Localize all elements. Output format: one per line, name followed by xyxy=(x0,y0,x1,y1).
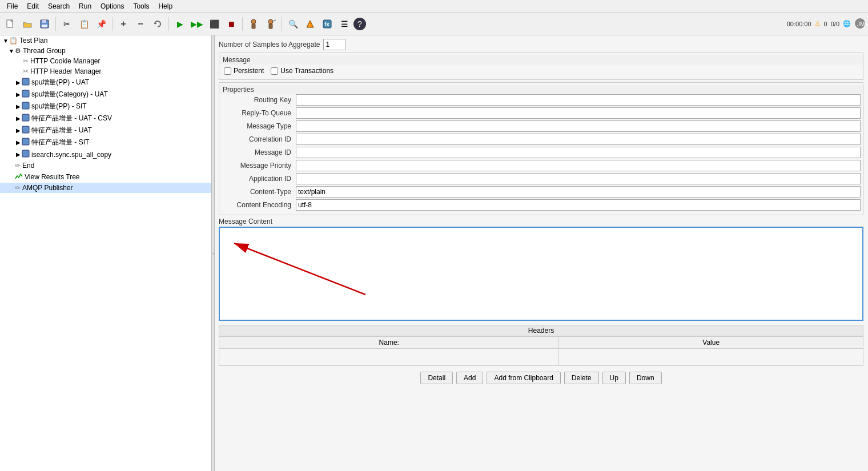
cut-button[interactable]: ✂ xyxy=(59,16,75,32)
menu-options[interactable]: Options xyxy=(96,1,128,11)
up-button[interactable]: Up xyxy=(602,372,626,384)
copy-button[interactable]: 📋 xyxy=(76,16,92,32)
tree-item-thread-group[interactable]: ▼ ⚙ Thread Group xyxy=(0,46,214,56)
help-toolbar-button[interactable]: ? xyxy=(353,18,366,30)
toggle-tezheng-uat-csv[interactable]: ▶ xyxy=(15,115,22,122)
message-id-input[interactable] xyxy=(296,147,861,158)
toggle-tezheng-uat[interactable]: ▶ xyxy=(15,127,22,134)
reply-to-queue-input[interactable] xyxy=(296,107,861,119)
clear-button[interactable]: ! xyxy=(302,16,318,32)
application-id-input[interactable] xyxy=(296,173,861,184)
persistent-checkbox[interactable] xyxy=(224,67,231,75)
toggle-spu-category[interactable]: ▶ xyxy=(15,91,22,98)
headers-title: Headers xyxy=(219,325,863,336)
delete-button[interactable]: Delete xyxy=(564,372,599,384)
toggle-tezheng-sit[interactable]: ▶ xyxy=(15,139,22,146)
correlation-id-label: Correlation ID xyxy=(222,135,296,143)
svg-point-5 xyxy=(251,19,256,24)
tree-item-view-results-tree[interactable]: View Results Tree xyxy=(0,171,214,183)
tree-item-http-header[interactable]: ✂ HTTP Header Manager xyxy=(0,66,214,77)
tree-label-tezheng-uat-csv: 特征产品增量 - UAT - CSV xyxy=(31,114,112,123)
svg-rect-17 xyxy=(22,102,29,109)
content-type-input[interactable] xyxy=(296,186,861,198)
message-priority-input[interactable] xyxy=(296,160,861,171)
toggle-isearch-sync[interactable]: ▶ xyxy=(15,151,22,158)
toolbar: ✂ 📋 📌 + − ▶ ▶▶ ⬛ ⏹ 🔍 ! fx ☰ ? 00:00:00 ⚠… xyxy=(0,13,868,35)
tree-label-http-header: HTTP Header Manager xyxy=(30,67,102,75)
use-transactions-label: Use Transactions xyxy=(280,67,333,75)
tree-label-thread-group: Thread Group xyxy=(23,47,66,55)
menu-edit[interactable]: Edit xyxy=(22,1,43,11)
tree-item-isearch-sync[interactable]: ▶ isearch.sync.spu_all_copy xyxy=(0,148,214,160)
new-button[interactable] xyxy=(2,16,18,32)
menu-tools[interactable]: Tools xyxy=(128,1,154,11)
start-button[interactable]: ▶ xyxy=(172,16,188,32)
add-button[interactable]: + xyxy=(115,16,131,32)
samurai1-button[interactable] xyxy=(246,16,262,32)
tezheng-uat-csv-icon xyxy=(22,114,30,123)
message-content-wrapper: Message Content xyxy=(214,218,868,323)
correlation-id-input[interactable] xyxy=(296,134,861,145)
headers-value-col: Value xyxy=(559,337,863,349)
menu-run[interactable]: Run xyxy=(74,1,96,11)
tree-item-spu-category[interactable]: ▶ spu增量(Category) - UAT xyxy=(0,88,214,100)
samples-row: Number of Samples to Aggregate xyxy=(219,39,863,50)
headers-name-cell xyxy=(219,349,559,366)
stop-button[interactable]: ⬛ xyxy=(206,16,222,32)
detail-button[interactable]: Detail xyxy=(420,372,453,384)
menu-help[interactable]: Help xyxy=(154,1,177,11)
http-cookie-icon: ✂ xyxy=(23,57,29,65)
add-row-button[interactable]: Add xyxy=(456,372,483,384)
reset-button[interactable] xyxy=(150,16,166,32)
tree-item-amqp-publisher[interactable]: ✏ AMQP Publisher xyxy=(0,183,214,193)
menu-search[interactable]: Search xyxy=(43,1,74,11)
tree-label-end: End xyxy=(22,162,34,170)
menu-file[interactable]: File xyxy=(2,1,22,11)
tree-item-end[interactable]: ✏ End xyxy=(0,160,214,171)
add-from-clipboard-button[interactable]: Add from Clipboard xyxy=(487,372,560,384)
samples-input[interactable] xyxy=(323,39,346,50)
tree-item-spu-pp-sit[interactable]: ▶ spu增量(PP) - SIT xyxy=(0,100,214,112)
message-section: Message Persistent Use Transactions xyxy=(219,53,863,80)
remove-button[interactable]: − xyxy=(132,16,148,32)
tree-item-tezheng-uat[interactable]: ▶ 特征产品增量 - UAT xyxy=(0,124,214,136)
save-button[interactable] xyxy=(37,16,53,32)
jmeter-icon: JM xyxy=(854,18,866,30)
down-button[interactable]: Down xyxy=(629,372,662,384)
use-transactions-checkbox-label[interactable]: Use Transactions xyxy=(271,67,333,75)
routing-key-input[interactable] xyxy=(296,94,861,106)
use-transactions-checkbox[interactable] xyxy=(271,67,278,75)
tree-label-isearch-sync: isearch.sync.spu_all_copy xyxy=(31,151,111,159)
tree-item-tezheng-sit[interactable]: ▶ 特征产品增量 - SIT xyxy=(0,136,214,148)
tree-item-tezheng-uat-csv[interactable]: ▶ 特征产品增量 - UAT - CSV xyxy=(0,112,214,124)
content-encoding-input[interactable] xyxy=(296,199,861,211)
toggle-spu-uat[interactable]: ▶ xyxy=(15,79,22,86)
properties-section: Properties Routing Key Reply-To Queue Me… xyxy=(219,82,863,215)
timer-display: 00:00:00 xyxy=(787,21,811,27)
message-type-input[interactable] xyxy=(296,120,861,132)
samurai2-button[interactable] xyxy=(263,16,279,32)
persistent-checkbox-label[interactable]: Persistent xyxy=(224,67,264,75)
list-button[interactable]: ☰ xyxy=(336,16,352,32)
open-button[interactable] xyxy=(19,16,35,32)
message-id-label: Message ID xyxy=(222,148,296,156)
toggle-thread-group[interactable]: ▼ xyxy=(8,48,15,54)
start-no-pauses-button[interactable]: ▶▶ xyxy=(189,16,205,32)
toggle-test-plan[interactable]: ▼ xyxy=(2,38,9,44)
content-encoding-label: Content Encoding xyxy=(222,201,296,209)
search-toolbar-button[interactable]: 🔍 xyxy=(285,16,301,32)
function-button[interactable]: fx xyxy=(319,16,335,32)
toggle-spu-pp-sit[interactable]: ▶ xyxy=(15,103,22,110)
svg-rect-6 xyxy=(252,24,255,29)
spu-uat-icon xyxy=(22,78,30,87)
tree-item-spu-uat[interactable]: ▶ spu增量(PP) - UAT xyxy=(0,77,214,88)
menubar: File Edit Search Run Options Tools Help xyxy=(0,0,868,13)
tree-label-spu-pp-sit: spu增量(PP) - SIT xyxy=(31,102,87,111)
tree-item-test-plan[interactable]: ▼ 📋 Test Plan xyxy=(0,35,214,46)
shutdown-button[interactable]: ⏹ xyxy=(223,16,239,32)
svg-text:JM: JM xyxy=(857,21,865,27)
tezheng-uat-icon xyxy=(22,126,30,135)
paste-button[interactable]: 📌 xyxy=(93,16,109,32)
message-content-textarea[interactable] xyxy=(219,227,863,321)
tree-item-http-cookie[interactable]: ✂ HTTP Cookie Manager xyxy=(0,56,214,66)
